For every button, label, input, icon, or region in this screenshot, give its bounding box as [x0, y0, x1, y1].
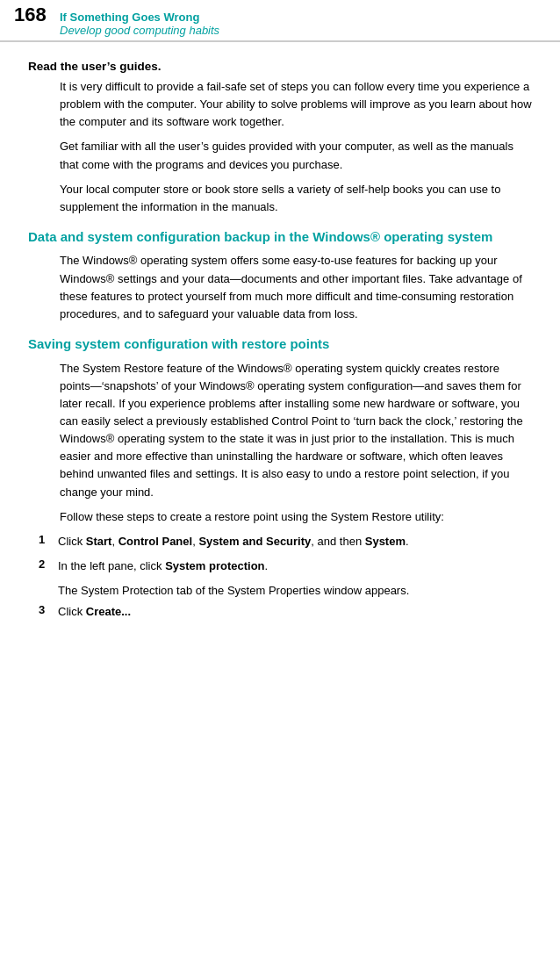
- page-content: Read the user’s guides. It is very diffi…: [0, 42, 560, 635]
- section-restore-points: Saving system configuration with restore…: [28, 335, 532, 621]
- step-1-text: Click Start, Control Panel, System and S…: [58, 533, 532, 550]
- section2-para: The Windows® operating system offers som…: [60, 252, 532, 323]
- page-header: 168 If Something Goes Wrong Develop good…: [0, 0, 560, 42]
- section2-heading: Data and system configuration backup in …: [28, 228, 532, 246]
- section3-para: The System Restore feature of the Window…: [60, 360, 532, 501]
- section1-heading: Read the user’s guides.: [28, 60, 532, 73]
- header-subtitle: Develop good computing habits: [60, 24, 219, 37]
- step-2-wrapper: 2 In the left pane, click System protect…: [28, 557, 532, 600]
- section1-para2: Get familiar with all the user’s guides …: [60, 138, 532, 173]
- steps-list: 1 Click Start, Control Panel, System and…: [28, 533, 532, 622]
- step-2-text: In the left pane, click System protectio…: [58, 557, 532, 575]
- step-2-number: 2: [39, 557, 58, 575]
- step-3-number: 3: [39, 603, 58, 621]
- step-3: 3 Click Create...: [28, 603, 532, 621]
- section3-intro: Follow these steps to create a restore p…: [60, 508, 532, 526]
- section3-body: The System Restore feature of the Window…: [28, 360, 532, 526]
- step-1: 1 Click Start, Control Panel, System and…: [28, 533, 532, 550]
- section2-body: The Windows® operating system offers som…: [28, 252, 532, 323]
- header-text: If Something Goes Wrong Develop good com…: [60, 11, 219, 37]
- step-3-text: Click Create...: [58, 603, 532, 621]
- section1-para1: It is very difficult to provide a fail-s…: [60, 78, 532, 131]
- section1-paragraphs: It is very difficult to provide a fail-s…: [28, 78, 532, 216]
- step-2: 2 In the left pane, click System protect…: [28, 557, 532, 575]
- section3-heading: Saving system configuration with restore…: [28, 335, 532, 353]
- section1-para3: Your local computer store or book store …: [60, 181, 532, 216]
- step-1-number: 1: [39, 533, 58, 550]
- section-read-guides: Read the user’s guides. It is very diffi…: [28, 60, 532, 216]
- page-number: 168: [14, 4, 56, 26]
- section-data-backup: Data and system configuration backup in …: [28, 228, 532, 323]
- step-2-subtext: The System Protection tab of the System …: [28, 582, 532, 600]
- header-title: If Something Goes Wrong: [60, 11, 219, 24]
